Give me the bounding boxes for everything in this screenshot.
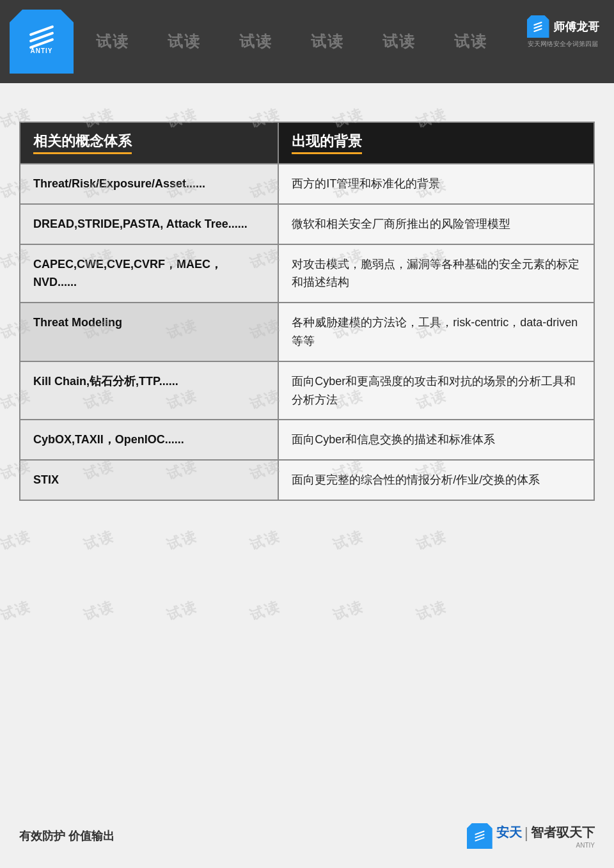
footer-subtitle: ANTIY xyxy=(496,842,595,849)
antiy-logo-small-lines-icon xyxy=(533,23,542,31)
header-wm-6: 试读 xyxy=(435,31,499,52)
table-row: Threat/Risk/Exposure/Asset...... 西方的IT管理… xyxy=(20,164,594,204)
header-right-logo: 师傅龙哥 安天网络安全令词第四届 xyxy=(521,6,604,58)
right-logo-title: 师傅龙哥 xyxy=(553,19,599,35)
col2-header-text: 出现的背景 xyxy=(292,132,362,154)
row7-col1: STIX xyxy=(20,460,278,500)
col2-header: 出现的背景 xyxy=(278,123,594,164)
main-content: 相关的概念体系 出现的背景 Threat/Risk/Exposure/Asset… xyxy=(0,83,614,520)
wm-r8-6: 试读 xyxy=(413,596,450,625)
header-wm-4: 试读 xyxy=(292,31,363,52)
row1-col2: 西方的IT管理和标准化的背景 xyxy=(278,164,594,204)
row4-col2: 各种威胁建模的方法论，工具，risk-centric，data-driven等等 xyxy=(278,303,594,361)
row1-col1: Threat/Risk/Exposure/Asset...... xyxy=(20,164,278,204)
col1-header-text: 相关的概念体系 xyxy=(33,132,132,154)
main-table-container: 相关的概念体系 出现的背景 Threat/Risk/Exposure/Asset… xyxy=(19,122,595,501)
header-wm-3: 试读 xyxy=(220,31,292,52)
wm-r7-1: 试读 xyxy=(0,526,35,555)
right-logo-subtitle: 安天网络安全令词第四届 xyxy=(528,40,598,49)
wm-r8-5: 试读 xyxy=(330,596,366,625)
table-row: DREAD,STRIDE,PASTA, Attack Tree...... 微软… xyxy=(20,204,594,244)
wm-r7-3: 试读 xyxy=(164,526,200,555)
logo-antiy-label: ANTIY xyxy=(31,47,53,54)
wm-r8-4: 试读 xyxy=(247,596,283,625)
header-watermark-area: 试读 试读 试读 试读 试读 试读 试读 xyxy=(77,0,499,83)
antiy-logo-small-icon xyxy=(527,15,549,38)
col1-header: 相关的概念体系 xyxy=(20,123,278,164)
footer-brand-top: 安天 | 智者驭天下 xyxy=(496,824,595,842)
table-row: STIX 面向更完整的综合性的情报分析/作业/交换的体系 xyxy=(20,460,594,500)
row3-col2: 对攻击模式，脆弱点，漏洞等各种基础的安全元素的标定和描述结构 xyxy=(278,244,594,303)
wm-r7-4: 试读 xyxy=(247,526,283,555)
wm-r7-6: 试读 xyxy=(413,526,450,555)
row7-col2: 面向更完整的综合性的情报分析/作业/交换的体系 xyxy=(278,460,594,500)
row3-col1: CAPEC,CWE,CVE,CVRF，MAEC，NVD...... xyxy=(20,244,278,303)
footer: 有效防护 价值输出 安天 | 智者驭天下 ANTIY xyxy=(19,823,595,849)
row5-col1: Kill Chain,钻石分析,TTP...... xyxy=(20,361,278,420)
concepts-table: 相关的概念体系 出现的背景 Threat/Risk/Exposure/Asset… xyxy=(20,123,594,500)
footer-logo-lines-icon xyxy=(475,832,485,840)
row6-col2: 面向Cyber和信息交换的描述和标准体系 xyxy=(278,420,594,460)
header: ANTIY 试读 试读 试读 试读 试读 试读 试读 师傅龙哥 安天网络安全令词… xyxy=(0,0,614,83)
table-row-threat-modeling: Threat Modeling 各种威胁建模的方法论，工具，risk-centr… xyxy=(20,303,594,361)
footer-tagline-right: 智者驭天下 xyxy=(531,824,595,841)
row4-col1: Threat Modeling xyxy=(20,303,278,361)
footer-tagline-left: 有效防护 价值输出 xyxy=(19,828,114,844)
footer-brand-text: 安天 | 智者驭天下 ANTIY xyxy=(496,824,595,849)
footer-logo-icon xyxy=(467,823,492,849)
header-wm-2: 试读 xyxy=(148,31,220,52)
header-wm-1: 试读 xyxy=(77,31,148,52)
footer-right-brand: 安天 | 智者驭天下 ANTIY xyxy=(467,823,595,849)
antiy-logo: ANTIY xyxy=(10,10,74,74)
wm-r7-5: 试读 xyxy=(330,526,366,555)
footer-antiy-label: 安天 xyxy=(496,824,522,841)
wm-r8-1: 试读 xyxy=(0,596,35,625)
table-row: CybOX,TAXII，OpenIOC...... 面向Cyber和信息交换的描… xyxy=(20,420,594,460)
table-row: Kill Chain,钻石分析,TTP...... 面向Cyber和更高强度的攻… xyxy=(20,361,594,420)
wm-r7-2: 试读 xyxy=(81,526,117,555)
logo-lines-icon xyxy=(29,29,54,45)
footer-divider-icon: | xyxy=(524,824,528,842)
wm-r8-2: 试读 xyxy=(81,596,117,625)
header-right-logo-top: 师傅龙哥 xyxy=(527,15,599,38)
row2-col2: 微软和相关安全厂商所推出的风险管理模型 xyxy=(278,204,594,244)
header-wm-5: 试读 xyxy=(363,31,435,52)
row5-col2: 面向Cyber和更高强度的攻击和对抗的场景的分析工具和分析方法 xyxy=(278,361,594,420)
table-row: CAPEC,CWE,CVE,CVRF，MAEC，NVD...... 对攻击模式，… xyxy=(20,244,594,303)
row2-col1: DREAD,STRIDE,PASTA, Attack Tree...... xyxy=(20,204,278,244)
wm-r8-3: 试读 xyxy=(164,596,200,625)
row6-col1: CybOX,TAXII，OpenIOC...... xyxy=(20,420,278,460)
